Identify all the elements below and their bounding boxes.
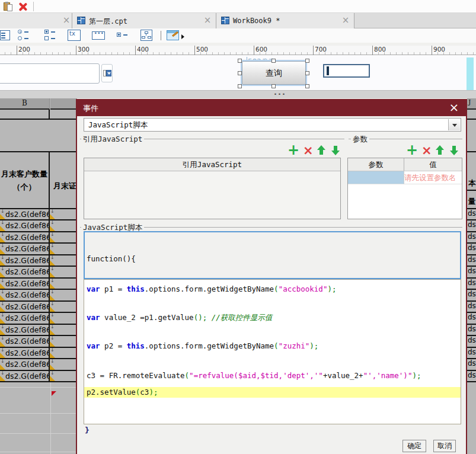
sheet-cell[interactable] xyxy=(50,110,77,120)
move-up-icon[interactable] xyxy=(436,145,444,155)
resize-handle[interactable] xyxy=(238,71,242,75)
event-type-dropdown[interactable]: JavaScript脚本 xyxy=(84,118,461,132)
resize-handle[interactable] xyxy=(238,84,242,88)
formula-cell[interactable]: ds2.G(def86) xyxy=(0,302,50,312)
formula-cell[interactable]: ds2.G(def86) xyxy=(0,313,50,323)
close-icon[interactable]: × xyxy=(62,15,71,25)
widget-editor-icon[interactable] xyxy=(167,30,180,41)
formula-cell[interactable] xyxy=(50,244,77,254)
params-table[interactable]: 参数 值 请先设置参数名 xyxy=(347,158,462,219)
sheet-row[interactable]: ds2.G(def86) xyxy=(0,313,77,324)
formula-cell[interactable] xyxy=(50,348,77,358)
formula-cell[interactable] xyxy=(50,302,77,312)
formula-cell[interactable] xyxy=(50,336,77,346)
formula-cell[interactable] xyxy=(50,232,77,242)
sheet-row[interactable]: ds. xyxy=(467,313,476,324)
param-name-cell[interactable] xyxy=(348,171,404,184)
sheet-row[interactable]: ds. xyxy=(467,255,476,267)
tree-widget-icon[interactable] xyxy=(140,30,154,41)
formula-cell[interactable]: ds2.G(def86) xyxy=(0,267,50,277)
sheet-row[interactable]: ds2.G(def86) xyxy=(0,336,77,347)
remove-icon[interactable]: × xyxy=(421,143,432,158)
resize-handle[interactable] xyxy=(271,59,276,63)
resize-handle[interactable] xyxy=(305,59,309,63)
formula-cell[interactable] xyxy=(50,290,77,300)
resize-handle[interactable] xyxy=(305,84,309,88)
formula-cell[interactable]: ds2.G(def86) xyxy=(0,336,50,346)
delete-icon[interactable] xyxy=(18,2,27,11)
sheet-row[interactable]: ds2.G(def86) xyxy=(0,325,77,336)
formula-cell[interactable] xyxy=(50,359,77,369)
script-editor[interactable]: var p1 = this.options.form.getWidgetByNa… xyxy=(84,279,461,424)
query-button-widget[interactable]: 查询 xyxy=(242,61,306,85)
sheet-row[interactable]: ds2.G(def86) xyxy=(0,279,77,290)
code-line[interactable]: c3 = FR.remoteEvaluate("=refvalue($aid,$… xyxy=(84,370,461,381)
formula-cell[interactable]: ds2.G(def86) xyxy=(0,359,50,369)
sheet-cell[interactable] xyxy=(0,120,77,152)
combobox-dropdown-button[interactable] xyxy=(101,64,113,82)
sheet-row[interactable]: ds. xyxy=(467,336,476,347)
resize-handle[interactable] xyxy=(238,59,242,63)
sheet-cell-month-end-partial[interactable]: 月末证 xyxy=(50,152,77,209)
sheet-row[interactable]: ds. xyxy=(467,302,476,313)
resize-handle[interactable] xyxy=(271,84,276,88)
sheet-row[interactable]: ds2.G(def86) xyxy=(0,255,77,267)
resize-handle[interactable] xyxy=(305,71,309,75)
column-header-partial[interactable] xyxy=(50,98,77,110)
code-line[interactable]: p2.setValue(c3); xyxy=(84,387,461,398)
formula-cell[interactable]: ds2.G(def86) xyxy=(0,220,50,231)
formula-cell[interactable]: ds2.G(def86) xyxy=(0,279,50,289)
sheet-row[interactable]: ds2.G(def86) xyxy=(0,359,77,370)
more-widgets-caret-icon[interactable] xyxy=(181,34,184,39)
sheet-cell-month-end-customers[interactable]: 月末客户数量 （个） xyxy=(0,152,50,209)
column-header-b[interactable]: B xyxy=(0,98,50,110)
formula-cell[interactable]: ds2.G(def86) xyxy=(0,371,50,381)
sheet-cell[interactable] xyxy=(467,110,476,120)
formula-cell[interactable]: ds2.G(def86) xyxy=(0,255,50,266)
formula-cell[interactable] xyxy=(50,267,77,277)
password-widget-icon[interactable]: ··· xyxy=(92,30,105,41)
sheet-row[interactable]: ds2.G(def86) xyxy=(0,220,77,232)
add-icon[interactable]: + xyxy=(406,143,418,157)
close-icon[interactable]: × xyxy=(341,15,350,25)
paste-icon[interactable] xyxy=(4,2,13,11)
report-sheet-right[interactable]: J 本 量 ds.ds.ds.ds.ds.ds.ds.ds.ds.ds.ds.d… xyxy=(467,98,476,454)
checkbox-widget-icon[interactable] xyxy=(117,30,130,41)
checkbox-group-widget-icon[interactable] xyxy=(44,30,57,41)
sheet-cell-partial[interactable]: 量 xyxy=(467,191,476,209)
splitter-handle-icon[interactable]: ··· xyxy=(274,89,286,98)
formula-cell[interactable] xyxy=(50,325,77,335)
move-down-icon[interactable] xyxy=(450,145,458,155)
report-sheet-left[interactable]: B 月末客户数量 （个） 月末证 ds2.G(def86)ds2.G(def86… xyxy=(0,98,77,454)
tab-workbook[interactable]: WorkBook9 * × xyxy=(216,13,354,28)
sheet-row[interactable]: ds. xyxy=(467,220,476,232)
dialog-titlebar[interactable]: 事件 × xyxy=(76,99,467,116)
formula-cell[interactable] xyxy=(50,209,77,219)
formula-cell[interactable] xyxy=(50,220,77,231)
param-value-placeholder[interactable]: 请先设置参数名 xyxy=(404,171,462,184)
sheet-row[interactable]: ds2.G(def86) xyxy=(0,267,77,278)
table-row[interactable]: 请先设置参数名 xyxy=(348,171,462,184)
code-line[interactable]: var p2 = this.options.form.getWidgetByNa… xyxy=(84,341,461,351)
textbox-widget-icon[interactable]: tx xyxy=(68,30,81,41)
sheet-row[interactable]: ds2.G(def86) xyxy=(0,232,77,244)
tab-partial[interactable]: × xyxy=(0,13,72,28)
formula-cell[interactable]: ds2.G(def86) xyxy=(0,290,50,300)
sheet-cell[interactable] xyxy=(0,110,50,120)
sheet-row[interactable]: ds. xyxy=(467,348,476,359)
close-icon[interactable]: × xyxy=(203,15,212,25)
script-header-box[interactable]: function(){ xyxy=(84,231,461,279)
formula-cell[interactable]: ds2.G(def86) xyxy=(0,209,50,219)
sheet-row[interactable]: ds. xyxy=(467,279,476,290)
sheet-row[interactable]: ds2.G(def86) xyxy=(0,209,77,220)
formula-cell[interactable] xyxy=(50,313,77,323)
close-icon[interactable]: × xyxy=(448,101,460,114)
textbox-widget[interactable] xyxy=(323,64,370,78)
radio-group-widget-icon[interactable] xyxy=(18,30,31,41)
move-up-icon[interactable] xyxy=(317,145,325,155)
code-line[interactable]: var value_2 =p1.getValue(); //获取控件显示值 xyxy=(84,312,461,323)
formula-cell[interactable]: ds2.G(def86) xyxy=(0,244,50,254)
formula-cell[interactable] xyxy=(50,255,77,266)
sheet-row[interactable]: ds. xyxy=(467,290,476,301)
form-design-canvas[interactable]: 582像素 查询 xyxy=(0,55,476,90)
